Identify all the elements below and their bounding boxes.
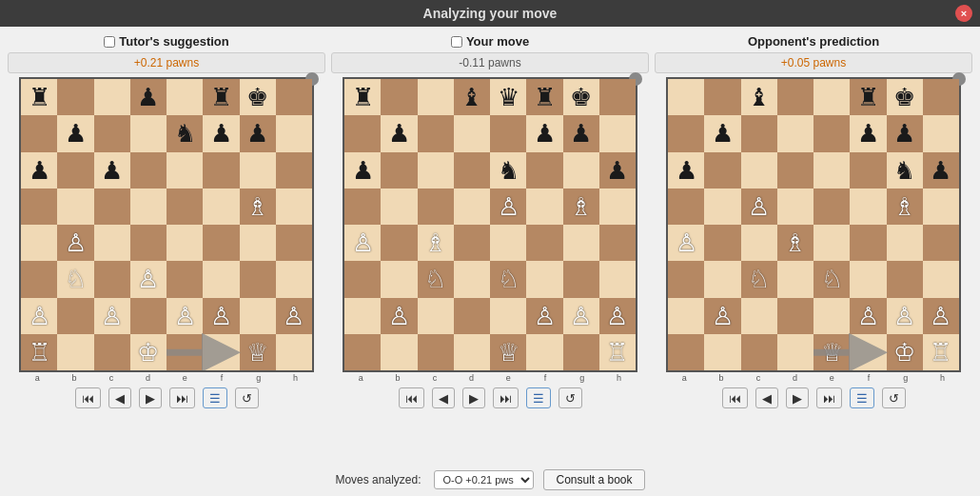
square-h4[interactable] xyxy=(599,225,636,261)
square-h3[interactable] xyxy=(599,261,636,297)
square-h8[interactable] xyxy=(923,79,959,115)
square-e8[interactable]: ♛ xyxy=(490,79,526,115)
square-d3[interactable] xyxy=(777,261,813,297)
square-a7[interactable] xyxy=(668,115,704,151)
square-a1[interactable] xyxy=(668,334,704,370)
square-c4[interactable] xyxy=(94,225,130,261)
square-f1[interactable] xyxy=(850,334,886,370)
square-g6[interactable]: ♞ xyxy=(887,152,923,188)
square-a2[interactable]: ♙ xyxy=(21,298,57,334)
square-g6[interactable] xyxy=(563,152,599,188)
square-b1[interactable] xyxy=(381,334,417,370)
square-c7[interactable] xyxy=(94,115,130,151)
square-a8[interactable] xyxy=(668,79,704,115)
consult-book-button[interactable]: Consult a book xyxy=(543,469,644,490)
square-d5[interactable] xyxy=(777,188,813,225)
square-e1[interactable]: ♕ xyxy=(813,334,850,370)
square-e2[interactable] xyxy=(490,298,526,334)
square-g3[interactable] xyxy=(887,261,923,297)
square-d4[interactable]: ♗ xyxy=(777,225,813,261)
square-h2[interactable]: ♙ xyxy=(923,298,959,334)
square-g1[interactable] xyxy=(563,334,599,370)
square-c4[interactable]: ♗ xyxy=(418,225,454,261)
square-b3[interactable] xyxy=(704,261,740,297)
last-btn[interactable]: ⏭ xyxy=(493,387,519,408)
square-g7[interactable]: ♟ xyxy=(563,115,599,151)
square-d6[interactable] xyxy=(130,152,167,188)
square-a7[interactable] xyxy=(344,115,381,151)
prev-btn[interactable]: ◀ xyxy=(108,387,131,408)
square-a8[interactable]: ♜ xyxy=(344,79,381,115)
square-b3[interactable] xyxy=(381,261,417,297)
square-e4[interactable] xyxy=(167,225,203,261)
square-h7[interactable] xyxy=(599,115,636,151)
square-g4[interactable] xyxy=(240,225,276,261)
square-b2[interactable] xyxy=(57,298,93,334)
square-b5[interactable] xyxy=(381,188,417,225)
square-b8[interactable] xyxy=(381,79,417,115)
square-e6[interactable]: ♞ xyxy=(490,152,526,188)
square-d3[interactable] xyxy=(454,261,490,297)
square-b3[interactable]: ♘ xyxy=(57,261,93,297)
square-c4[interactable] xyxy=(741,225,777,261)
square-d7[interactable] xyxy=(777,115,813,151)
square-a4[interactable]: ♙ xyxy=(668,225,704,261)
square-c8[interactable] xyxy=(94,79,130,115)
square-g2[interactable] xyxy=(240,298,276,334)
square-e2[interactable] xyxy=(813,298,850,334)
square-h4[interactable] xyxy=(276,225,312,261)
square-e2[interactable]: ♙ xyxy=(167,298,203,334)
first-btn[interactable]: ⏮ xyxy=(75,387,101,408)
square-g4[interactable] xyxy=(563,225,599,261)
square-a4[interactable] xyxy=(21,225,57,261)
square-g4[interactable] xyxy=(887,225,923,261)
square-f3[interactable] xyxy=(850,261,886,297)
square-h6[interactable]: ♟ xyxy=(599,152,636,188)
square-h6[interactable] xyxy=(276,152,312,188)
square-a1[interactable] xyxy=(344,334,381,370)
square-c3[interactable] xyxy=(94,261,130,297)
square-h5[interactable] xyxy=(276,188,312,225)
square-b5[interactable] xyxy=(57,188,93,225)
square-f1[interactable] xyxy=(526,334,562,370)
square-a6[interactable]: ♟ xyxy=(21,152,57,188)
square-a6[interactable]: ♟ xyxy=(668,152,704,188)
square-h7[interactable] xyxy=(276,115,312,151)
square-g6[interactable] xyxy=(240,152,276,188)
square-c5[interactable] xyxy=(418,188,454,225)
square-a4[interactable]: ♙ xyxy=(344,225,381,261)
square-a5[interactable] xyxy=(668,188,704,225)
square-f5[interactable] xyxy=(526,188,562,225)
square-g2[interactable]: ♙ xyxy=(563,298,599,334)
square-g8[interactable]: ♚ xyxy=(240,79,276,115)
square-g7[interactable]: ♟ xyxy=(887,115,923,151)
square-g5[interactable]: ♗ xyxy=(887,188,923,225)
square-a2[interactable] xyxy=(344,298,381,334)
square-c1[interactable] xyxy=(418,334,454,370)
square-f2[interactable]: ♙ xyxy=(850,298,886,334)
square-d2[interactable] xyxy=(777,298,813,334)
reset-btn[interactable]: ↺ xyxy=(559,387,582,408)
last-btn[interactable]: ⏭ xyxy=(169,387,195,408)
square-c2[interactable] xyxy=(741,298,777,334)
square-e5[interactable] xyxy=(813,188,850,225)
square-c3[interactable]: ♘ xyxy=(741,261,777,297)
square-c7[interactable] xyxy=(418,115,454,151)
square-h3[interactable] xyxy=(276,261,312,297)
square-f2[interactable]: ♙ xyxy=(203,298,239,334)
square-g5[interactable]: ♗ xyxy=(240,188,276,225)
square-f5[interactable] xyxy=(203,188,239,225)
square-f8[interactable]: ♜ xyxy=(850,79,886,115)
square-h1[interactable] xyxy=(276,334,312,370)
square-b2[interactable]: ♙ xyxy=(381,298,417,334)
square-c6[interactable] xyxy=(418,152,454,188)
square-b4[interactable]: ♙ xyxy=(57,225,93,261)
square-f8[interactable]: ♜ xyxy=(526,79,562,115)
square-d8[interactable]: ♟ xyxy=(130,79,167,115)
square-b4[interactable] xyxy=(381,225,417,261)
next-btn[interactable]: ▶ xyxy=(139,387,162,408)
last-btn[interactable]: ⏭ xyxy=(816,387,842,408)
square-f2[interactable]: ♙ xyxy=(526,298,562,334)
square-c5[interactable] xyxy=(94,188,130,225)
square-d7[interactable] xyxy=(130,115,167,151)
